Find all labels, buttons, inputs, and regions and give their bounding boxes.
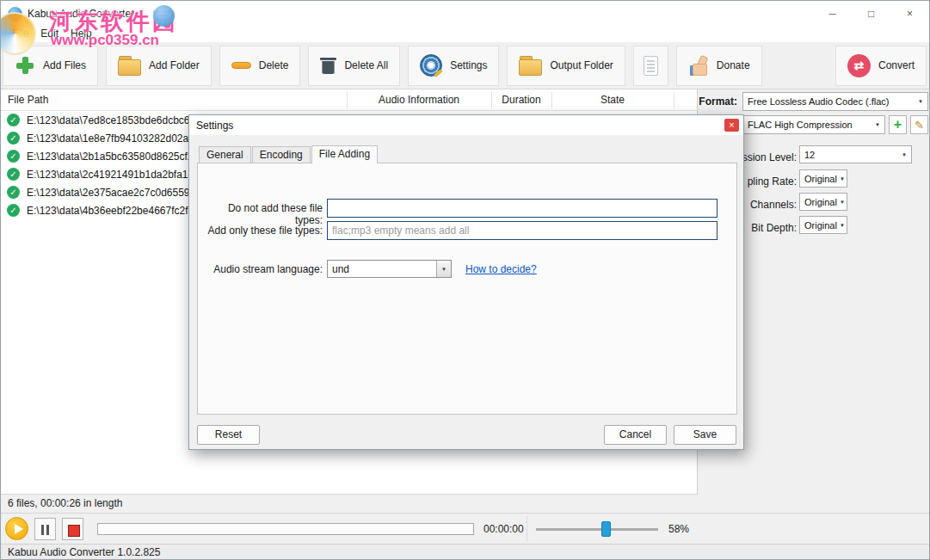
close-button[interactable]: × bbox=[890, 1, 929, 27]
column-separator bbox=[551, 92, 552, 108]
window-title: Kabuu Audio Converter bbox=[28, 8, 134, 20]
file-path-text: E:\123\data\2b1a5bc63580d8625cf24 bbox=[27, 151, 199, 163]
add-folder-button[interactable]: Add Folder bbox=[106, 46, 212, 86]
edit-preset-button[interactable]: ✎ bbox=[910, 115, 928, 134]
preset-value: FLAC High Compression bbox=[748, 120, 853, 130]
sampling-rate-value: Original bbox=[804, 174, 837, 184]
chevron-down-icon: ▼ bbox=[837, 223, 845, 228]
check-icon: ✓ bbox=[7, 132, 20, 145]
player-bar: 00:00:00 58% bbox=[1, 513, 930, 544]
menu-help[interactable]: Help bbox=[65, 27, 98, 42]
playback-time: 00:00:00 bbox=[483, 523, 524, 535]
notes-button[interactable] bbox=[633, 46, 668, 86]
donate-label: Donate bbox=[717, 59, 750, 71]
volume-slider[interactable] bbox=[536, 528, 658, 531]
minimize-button[interactable]: ─ bbox=[813, 1, 852, 27]
add-files-button[interactable]: Add Files bbox=[3, 46, 98, 86]
files-status-bar: 6 files, 00:00:26 in length bbox=[1, 494, 698, 513]
delete-button[interactable]: Delete bbox=[219, 46, 301, 86]
titlebar: Kabuu Audio Converter ─ □ × bbox=[1, 1, 929, 27]
language-select[interactable]: und ▼ bbox=[327, 260, 452, 278]
delete-all-button[interactable]: Delete All bbox=[308, 46, 400, 86]
check-icon: ✓ bbox=[7, 204, 20, 217]
dialog-close-button[interactable]: × bbox=[724, 119, 739, 132]
add-only-input[interactable] bbox=[327, 221, 718, 240]
minus-icon bbox=[231, 62, 251, 69]
compression-level-select[interactable]: 12 ▼ bbox=[799, 145, 912, 163]
save-button[interactable]: Save bbox=[674, 425, 736, 445]
settings-button[interactable]: Settings bbox=[408, 46, 499, 86]
menubar: File Edit Help bbox=[1, 27, 929, 42]
add-preset-button[interactable]: + bbox=[889, 115, 907, 134]
check-icon: ✓ bbox=[7, 186, 20, 199]
column-separator bbox=[347, 92, 348, 108]
maximize-button[interactable]: □ bbox=[852, 1, 890, 27]
trash-icon bbox=[320, 55, 336, 76]
file-path-text: E:\123\data\7ed8ce1853bde6dcbc6f7 bbox=[27, 114, 199, 126]
chevron-down-icon: ▼ bbox=[436, 261, 451, 277]
cancel-button[interactable]: Cancel bbox=[604, 425, 667, 445]
bit-depth-value: Original bbox=[804, 220, 837, 231]
thumbs-up-icon bbox=[688, 55, 709, 76]
do-not-add-input[interactable] bbox=[327, 199, 718, 218]
dialog-titlebar: Settings bbox=[189, 115, 743, 135]
language-value: und bbox=[328, 263, 349, 275]
tab-encoding[interactable]: Encoding bbox=[252, 146, 311, 163]
delete-all-label: Delete All bbox=[344, 59, 388, 71]
chevron-down-icon: ▼ bbox=[837, 176, 845, 182]
chevron-down-icon: ▼ bbox=[899, 152, 907, 157]
divider bbox=[527, 516, 527, 542]
chevron-down-icon: ▼ bbox=[872, 122, 880, 127]
donate-button[interactable]: Donate bbox=[676, 46, 762, 86]
disc-icon bbox=[420, 54, 442, 77]
format-value: Free Lossless Audio Codec (.flac) bbox=[748, 96, 889, 107]
add-icon bbox=[15, 55, 35, 76]
check-icon: ✓ bbox=[7, 168, 20, 181]
menu-file[interactable]: File bbox=[6, 27, 34, 42]
menu-edit[interactable]: Edit bbox=[34, 27, 65, 42]
list-header: File Path Audio Information Duration Sta… bbox=[1, 89, 697, 111]
pause-button[interactable] bbox=[34, 518, 56, 540]
add-files-label: Add Files bbox=[43, 59, 86, 71]
delete-label: Delete bbox=[259, 59, 289, 71]
how-to-decide-link[interactable]: How to decide? bbox=[465, 263, 537, 275]
file-path-text: E:\123\data\1e8e7fb94103282d02a4b bbox=[27, 132, 200, 145]
add-only-label: Add only these file types: bbox=[198, 225, 323, 237]
convert-label: Convert bbox=[878, 59, 915, 71]
app-icon bbox=[8, 7, 22, 22]
volume-handle[interactable] bbox=[601, 521, 611, 537]
file-adding-panel: Do not add these file types: Add only th… bbox=[197, 163, 737, 415]
bit-depth-select[interactable]: Original ▼ bbox=[799, 216, 847, 234]
file-path-text: E:\123\data\2e375acae2c7c0d655935 bbox=[27, 187, 201, 199]
channels-value: Original bbox=[804, 197, 837, 207]
file-path-text: E:\123\data\4b36eebf22be4667fc2f15 bbox=[27, 205, 200, 217]
sampling-rate-select[interactable]: Original ▼ bbox=[799, 169, 847, 188]
channels-select[interactable]: Original ▼ bbox=[799, 193, 847, 211]
output-folder-icon bbox=[519, 59, 542, 76]
language-label: Audio stream language: bbox=[198, 263, 323, 275]
column-duration[interactable]: Duration bbox=[491, 89, 551, 111]
preset-select[interactable]: FLAC High Compression ▼ bbox=[742, 115, 885, 134]
check-icon: ✓ bbox=[7, 150, 20, 163]
seek-bar[interactable] bbox=[97, 523, 474, 535]
output-folder-button[interactable]: Output Folder bbox=[507, 46, 625, 86]
tab-general[interactable]: General bbox=[199, 146, 251, 163]
app-window: Kabuu Audio Converter ─ □ × File Edit He… bbox=[0, 0, 930, 560]
column-file-path[interactable]: File Path bbox=[8, 89, 48, 111]
stop-button[interactable] bbox=[62, 518, 83, 540]
app-version-bar: Kabuu Audio Converter 1.0.2.825 bbox=[1, 544, 930, 560]
column-state[interactable]: State bbox=[551, 89, 674, 111]
volume-percent: 58% bbox=[668, 523, 689, 535]
format-select[interactable]: Free Lossless Audio Codec (.flac) ▼ bbox=[742, 92, 928, 111]
tab-file-adding[interactable]: File Adding bbox=[311, 145, 378, 164]
column-audio-information[interactable]: Audio Information bbox=[347, 89, 491, 111]
output-folder-label: Output Folder bbox=[550, 59, 613, 71]
dialog-tabs: General Encoding File Adding bbox=[199, 146, 379, 164]
play-button[interactable] bbox=[5, 517, 28, 540]
reset-button[interactable]: Reset bbox=[197, 425, 260, 445]
window-controls: ─ □ × bbox=[813, 1, 929, 27]
format-label: Format: bbox=[698, 95, 737, 108]
convert-button[interactable]: ⇄ Convert bbox=[835, 46, 927, 86]
column-separator bbox=[491, 92, 492, 108]
settings-dialog: Settings × General Encoding File Adding … bbox=[188, 114, 744, 450]
